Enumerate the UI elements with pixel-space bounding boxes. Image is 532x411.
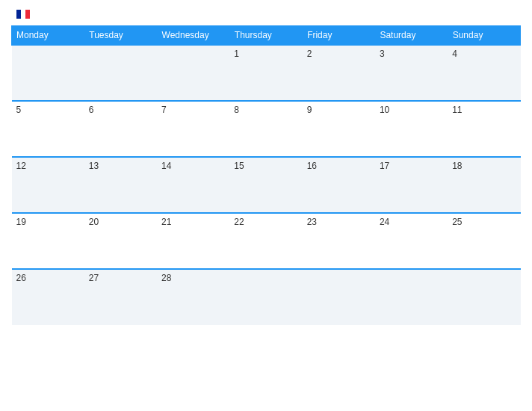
day-cell-22: 22: [229, 213, 302, 269]
day-cell-8: 8: [229, 101, 302, 157]
day-cell-25: 25: [448, 213, 520, 269]
day-number: 11: [452, 105, 462, 115]
day-cell-28: 28: [157, 269, 229, 325]
day-cell-23: 23: [303, 213, 375, 269]
day-cell-19: 19: [12, 213, 84, 269]
weekday-header-monday: Monday: [12, 26, 84, 46]
empty-cell: [84, 45, 157, 101]
day-number: 23: [307, 217, 317, 227]
day-cell-15: 15: [229, 157, 302, 213]
day-number: 6: [89, 105, 94, 115]
day-cell-14: 14: [157, 157, 229, 213]
day-number: 8: [234, 105, 239, 115]
day-cell-26: 26: [12, 269, 84, 325]
day-cell-6: 6: [84, 101, 157, 157]
day-cell-1: 1: [229, 45, 302, 101]
day-number: 10: [380, 105, 389, 115]
weekday-header-sunday: Sunday: [448, 26, 520, 46]
day-number: 20: [89, 217, 99, 227]
day-cell-9: 9: [303, 101, 375, 157]
day-number: 25: [452, 217, 462, 227]
empty-cell: [157, 45, 229, 101]
day-number: 22: [234, 217, 244, 227]
day-cell-13: 13: [84, 157, 157, 213]
day-number: 17: [380, 161, 389, 171]
day-cell-2: 2: [303, 45, 375, 101]
weekday-header-friday: Friday: [303, 26, 375, 46]
weekday-header-saturday: Saturday: [375, 26, 448, 46]
weekday-header-tuesday: Tuesday: [84, 26, 157, 46]
day-number: 1: [234, 49, 239, 59]
day-number: 2: [307, 49, 312, 59]
logo-top: [15, 7, 30, 19]
day-cell-24: 24: [375, 213, 448, 269]
calendar-header: [11, 7, 521, 19]
empty-cell: [448, 269, 520, 325]
week-row-2: 567891011: [12, 101, 521, 157]
week-row-5: 262728: [12, 269, 521, 325]
day-number: 16: [307, 161, 317, 171]
weekday-header-row: MondayTuesdayWednesdayThursdayFridaySatu…: [12, 26, 521, 46]
day-cell-5: 5: [12, 101, 84, 157]
day-number: 13: [89, 161, 99, 171]
day-cell-21: 21: [157, 213, 229, 269]
day-number: 5: [16, 105, 22, 115]
weekday-header-thursday: Thursday: [229, 26, 302, 46]
empty-cell: [375, 269, 448, 325]
day-cell-7: 7: [157, 101, 229, 157]
day-number: 14: [161, 161, 171, 171]
day-cell-3: 3: [375, 45, 448, 101]
day-number: 4: [452, 49, 457, 59]
day-number: 12: [16, 161, 26, 171]
day-number: 19: [16, 217, 26, 227]
day-number: 7: [161, 105, 167, 115]
day-cell-16: 16: [303, 157, 375, 213]
week-row-4: 19202122232425: [12, 213, 521, 269]
week-row-1: 1234: [12, 45, 521, 101]
day-number: 21: [161, 217, 171, 227]
empty-cell: [303, 269, 375, 325]
day-number: 24: [380, 217, 389, 227]
empty-cell: [229, 269, 302, 325]
calendar-grid: MondayTuesdayWednesdayThursdayFridaySatu…: [11, 25, 521, 325]
calendar-container: MondayTuesdayWednesdayThursdayFridaySatu…: [0, 0, 532, 411]
week-row-3: 12131415161718: [12, 157, 521, 213]
day-number: 28: [161, 273, 171, 283]
empty-cell: [12, 45, 84, 101]
day-cell-20: 20: [84, 213, 157, 269]
day-number: 3: [380, 49, 385, 59]
weekday-header-wednesday: Wednesday: [157, 26, 229, 46]
day-cell-4: 4: [448, 45, 520, 101]
day-cell-10: 10: [375, 101, 448, 157]
day-number: 27: [89, 273, 99, 283]
day-number: 18: [452, 161, 462, 171]
logo: [15, 7, 30, 19]
day-cell-27: 27: [84, 269, 157, 325]
day-cell-17: 17: [375, 157, 448, 213]
day-cell-11: 11: [448, 101, 520, 157]
day-number: 15: [234, 161, 244, 171]
logo-flag-icon: [16, 10, 30, 19]
day-number: 9: [307, 105, 312, 115]
day-cell-18: 18: [448, 157, 520, 213]
day-cell-12: 12: [12, 157, 84, 213]
day-number: 26: [16, 273, 26, 283]
